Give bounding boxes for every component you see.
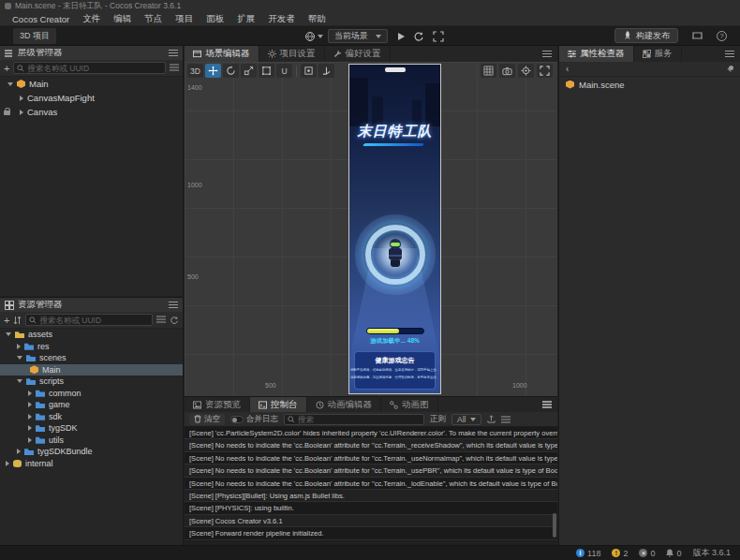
inspector-menu-icon[interactable] <box>725 53 734 55</box>
tree-node-main[interactable]: Main <box>0 77 183 91</box>
move-tool-button[interactable] <box>205 64 221 78</box>
export-logs-icon[interactable] <box>487 415 496 423</box>
hierarchy-menu-icon[interactable] <box>169 52 178 54</box>
console-menu-icon[interactable] <box>542 404 552 405</box>
asset-folder-utils[interactable]: utils <box>0 435 183 447</box>
console-log-list[interactable]: [Scene] 'cc.ParticleSystem2D.color' hide… <box>185 427 557 541</box>
help-icon[interactable]: ? <box>717 31 727 41</box>
assets-search-input[interactable] <box>39 316 149 325</box>
tab-console[interactable]: 控制台 <box>250 397 307 412</box>
menu-developer[interactable]: 开发者 <box>261 13 302 25</box>
scene-viewport[interactable]: 3D U <box>185 62 557 396</box>
fullscreen-button[interactable] <box>537 64 553 78</box>
error-counter[interactable]: ✕ 0 <box>639 549 655 558</box>
rotate-tool-button[interactable] <box>223 64 239 78</box>
menu-extension[interactable]: 扩展 <box>230 13 261 25</box>
tab-animation-editor[interactable]: 动画编辑器 <box>307 397 382 412</box>
scene-select-dropdown[interactable]: 当前场景 <box>328 29 388 43</box>
hierarchy-header[interactable]: 层级管理器 <box>0 46 183 60</box>
log-line[interactable]: [Scene] No needs to indicate the 'cc.Boo… <box>185 439 557 451</box>
menu-panel[interactable]: 面板 <box>200 13 230 25</box>
log-line[interactable]: [Scene] No needs to indicate the 'cc.Boo… <box>185 452 557 464</box>
back-icon[interactable]: ‹ <box>566 64 569 74</box>
console-scrollbar[interactable] <box>553 513 556 538</box>
hierarchy-search[interactable] <box>13 62 166 74</box>
toggle-2d3d-button[interactable]: 3D <box>187 64 203 78</box>
asset-scene-main[interactable]: Main <box>0 364 183 376</box>
tab-inspector[interactable]: 属性检查器 <box>559 46 634 62</box>
gizmo-target-button[interactable] <box>518 64 534 78</box>
play-button[interactable] <box>398 33 405 40</box>
caret-right-icon[interactable] <box>20 110 23 115</box>
tab-animation-graph[interactable]: 动画图 <box>381 397 438 412</box>
asset-folder-game[interactable]: game <box>0 399 183 411</box>
build-publish-button[interactable]: 构建发布 <box>614 28 678 43</box>
lock-icon[interactable] <box>4 111 10 115</box>
coordinate-toggle-button[interactable] <box>318 64 334 78</box>
log-line[interactable]: [Scene] 'cc.ParticleSystem2D.color' hide… <box>185 427 557 439</box>
menu-cocos-creator[interactable]: Cocos Creator <box>6 14 76 24</box>
log-line[interactable]: [Scene] No needs to indicate the 'cc.Boo… <box>185 478 557 490</box>
asset-folder-scripts[interactable]: scripts <box>0 376 183 388</box>
notification-counter[interactable]: 0 <box>666 549 681 558</box>
menu-file[interactable]: 文件 <box>76 13 107 25</box>
regex-toggle[interactable]: 正则 <box>430 414 446 425</box>
info-counter[interactable]: i 118 <box>576 549 600 558</box>
hierarchy-search-input[interactable] <box>27 64 162 73</box>
preview-target-icon[interactable] <box>304 31 323 42</box>
assets-header[interactable]: 资源管理器 <box>0 298 183 312</box>
list-view-icon[interactable] <box>156 316 166 324</box>
tree-node-canvasmapfight[interactable]: CanvasMapFight <box>0 91 183 105</box>
log-level-filter[interactable]: All <box>451 414 481 425</box>
tab-preferences[interactable]: 偏好设置 <box>325 46 391 62</box>
tab-scene-editor[interactable]: 场景编辑器 <box>185 46 259 62</box>
tree-node-canvas[interactable]: Canvas <box>0 105 183 119</box>
sort-icon[interactable] <box>13 316 22 325</box>
log-line[interactable]: [Scene] Cocos Creator v3.6.1 <box>185 515 557 527</box>
pin-icon[interactable] <box>726 66 733 73</box>
caret-right-icon[interactable] <box>20 96 23 101</box>
log-line[interactable]: [Scene] Forward render pipeline initiali… <box>185 527 557 539</box>
menu-project[interactable]: 项目 <box>169 13 200 25</box>
console-search[interactable] <box>284 414 424 425</box>
log-line[interactable]: [Scene] No needs to indicate the 'cc.Boo… <box>185 464 557 477</box>
asset-folder-assets[interactable]: assets <box>0 329 183 341</box>
scene-panel-menu-icon[interactable] <box>542 53 552 55</box>
tab-asset-preview[interactable]: 资源预览 <box>185 397 250 412</box>
frame-button[interactable] <box>433 31 444 42</box>
assets-menu-icon[interactable] <box>169 304 178 306</box>
filter-list-icon[interactable] <box>170 64 179 72</box>
asset-folder-internal[interactable]: internal <box>0 458 183 470</box>
grid-toggle-button[interactable] <box>481 64 496 78</box>
inspector-selected-item[interactable]: Main.scene <box>559 77 740 92</box>
step-button[interactable] <box>413 31 424 42</box>
tab-service[interactable]: 服务 <box>634 46 682 62</box>
add-node-button[interactable]: + <box>4 64 9 73</box>
add-asset-button[interactable]: + <box>4 316 9 325</box>
log-line[interactable]: [Scene] [PHYSICS]: using builtin. <box>185 502 557 514</box>
camera-settings-button[interactable] <box>499 64 515 78</box>
log-settings-icon[interactable] <box>501 416 511 423</box>
asset-folder-sdk[interactable]: sdk <box>0 411 183 423</box>
asset-folder-res[interactable]: res <box>0 341 183 353</box>
refresh-icon[interactable] <box>170 316 179 325</box>
asset-folder-scenes[interactable]: scenes <box>0 352 183 364</box>
menu-edit[interactable]: 编辑 <box>107 13 138 25</box>
scale-tool-button[interactable] <box>241 64 257 78</box>
menu-help[interactable]: 帮助 <box>302 13 333 25</box>
clear-logs-button[interactable]: 清空 <box>189 414 225 425</box>
transform-u-button[interactable]: U <box>276 64 292 78</box>
log-line[interactable]: [Scene] [Physics][Bullet]: Using asm.js … <box>185 490 557 502</box>
caret-down-icon[interactable] <box>7 82 13 86</box>
console-search-input[interactable] <box>298 415 421 424</box>
asset-folder-tygsdk[interactable]: tygSDK <box>0 422 183 435</box>
asset-folder-tygsdkbundle[interactable]: tygSDKBundle <box>0 446 183 458</box>
collapse-logs-toggle[interactable]: 合并日志 <box>230 414 278 425</box>
rect-tool-button[interactable] <box>259 64 274 78</box>
pivot-toggle-button[interactable] <box>301 64 317 78</box>
assets-search[interactable] <box>25 314 153 326</box>
menu-node[interactable]: 节点 <box>138 13 169 25</box>
preview-device-icon[interactable] <box>691 31 703 41</box>
tab-project-settings[interactable]: 项目设置 <box>259 46 325 62</box>
asset-folder-common[interactable]: common <box>0 388 183 400</box>
